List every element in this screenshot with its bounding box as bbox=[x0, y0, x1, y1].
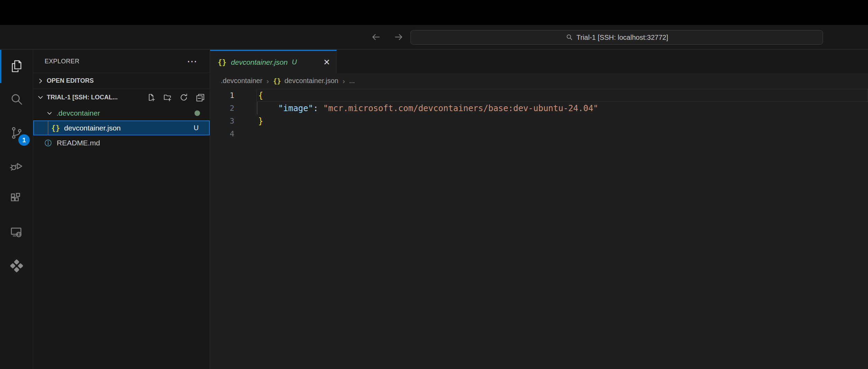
git-modified-dot bbox=[195, 110, 200, 116]
menu-bar-strip bbox=[0, 0, 868, 25]
line-number: 2 bbox=[210, 104, 234, 112]
editor-group: {} devcontainer.json U ✕ .devcontainer ›… bbox=[210, 50, 868, 369]
line-number: 1 bbox=[210, 91, 234, 100]
open-editors-section[interactable]: OPEN EDITORS bbox=[33, 73, 210, 89]
json-file-icon: {} bbox=[273, 77, 281, 85]
extensions-icon bbox=[9, 192, 24, 207]
code-token bbox=[258, 104, 278, 113]
tree-item-devcontainer-folder[interactable]: .devcontainer bbox=[33, 106, 210, 120]
code-token: } bbox=[258, 116, 263, 126]
code-line-2: 2 "image": "mcr.microsoft.com/devcontain… bbox=[210, 102, 868, 115]
explorer-toolbar bbox=[146, 92, 205, 102]
collapse-all-icon[interactable] bbox=[195, 92, 205, 102]
code-token: : bbox=[313, 104, 323, 113]
refresh-icon[interactable] bbox=[179, 92, 189, 102]
sidebar-title: EXPLORER bbox=[45, 58, 79, 65]
json-file-icon: {} bbox=[51, 124, 60, 132]
tree-item-readme[interactable]: README.md bbox=[33, 135, 210, 150]
code-token: { bbox=[258, 91, 263, 100]
workspace-section[interactable]: TRIAL-1 [SSH: LOCAL... bbox=[33, 89, 210, 106]
line-number: 4 bbox=[210, 129, 234, 138]
activity-item-remote-explorer[interactable] bbox=[0, 216, 33, 249]
diamond-grid-icon bbox=[9, 258, 24, 273]
search-icon bbox=[9, 92, 24, 107]
tree-item-devcontainer-json[interactable]: {} devcontainer.json U bbox=[33, 120, 210, 135]
activity-item-run-debug[interactable] bbox=[0, 150, 33, 183]
chevron-down-icon bbox=[46, 109, 53, 117]
command-center-search[interactable]: Trial-1 [SSH: localhost:32772] bbox=[410, 30, 823, 45]
source-control-badge: 1 bbox=[18, 134, 30, 146]
activity-item-search[interactable] bbox=[0, 83, 33, 116]
new-file-icon[interactable] bbox=[146, 92, 156, 102]
tab-label: devcontainer.json bbox=[231, 58, 288, 66]
close-icon[interactable]: ✕ bbox=[323, 57, 330, 67]
history-navigation bbox=[369, 25, 406, 49]
remote-explorer-icon bbox=[9, 225, 24, 240]
title-bar: Trial-1 [SSH: localhost:32772] bbox=[0, 25, 868, 50]
files-icon bbox=[9, 59, 24, 74]
breadcrumb-symbol[interactable]: ... bbox=[349, 77, 355, 85]
open-editors-label: OPEN EDITORS bbox=[47, 77, 94, 84]
breadcrumb-folder[interactable]: .devcontainer bbox=[221, 77, 262, 85]
chevron-right-icon: › bbox=[266, 77, 269, 85]
chevron-right-icon bbox=[36, 77, 45, 85]
line-number: 3 bbox=[210, 117, 234, 125]
code-line-1: 1 { bbox=[210, 89, 868, 102]
back-arrow-icon[interactable] bbox=[369, 31, 383, 43]
explorer-sidebar: EXPLORER ⋯ OPEN EDITORS TRIAL-1 [SSH: LO… bbox=[33, 50, 210, 369]
tab-git-badge: U bbox=[292, 58, 297, 66]
forward-arrow-icon[interactable] bbox=[392, 31, 406, 43]
activity-item-source-control[interactable]: 1 bbox=[0, 116, 33, 150]
indent-guide bbox=[257, 102, 257, 115]
debug-icon bbox=[9, 159, 24, 174]
activity-item-extensions[interactable] bbox=[0, 183, 33, 216]
sidebar-header: EXPLORER ⋯ bbox=[33, 50, 210, 73]
code-token: "image" bbox=[278, 104, 313, 113]
json-file-icon: {} bbox=[218, 58, 226, 66]
file-name: devcontainer.json bbox=[64, 124, 120, 132]
workbench: 1 bbox=[0, 50, 868, 369]
vscode-window: Trial-1 [SSH: localhost:32772] bbox=[0, 0, 868, 369]
breadcrumb: .devcontainer › {} devcontainer.json › .… bbox=[210, 73, 868, 88]
git-untracked-badge: U bbox=[194, 124, 199, 132]
info-icon bbox=[44, 138, 53, 147]
activity-item-explorer[interactable] bbox=[0, 50, 33, 83]
code-editor[interactable]: 1 { 2 "image": "mcr.microsoft.com/devcon… bbox=[210, 89, 868, 369]
code-line-4: 4 bbox=[210, 127, 868, 140]
command-center-label: Trial-1 [SSH: localhost:32772] bbox=[577, 34, 668, 42]
breadcrumb-file[interactable]: devcontainer.json bbox=[284, 77, 338, 85]
tree-indent-guide bbox=[48, 121, 48, 135]
new-folder-icon[interactable] bbox=[163, 92, 172, 102]
search-icon bbox=[566, 34, 573, 41]
more-actions-icon[interactable]: ⋯ bbox=[187, 60, 197, 63]
chevron-down-icon bbox=[36, 93, 45, 101]
folder-name: .devcontainer bbox=[56, 109, 100, 117]
chevron-right-icon: › bbox=[343, 77, 345, 85]
activity-bar: 1 bbox=[0, 50, 33, 369]
code-line-3: 3 } bbox=[210, 115, 868, 127]
code-token: "mcr.microsoft.com/devcontainers/base:de… bbox=[323, 104, 598, 113]
workspace-label: TRIAL-1 [SSH: LOCAL... bbox=[47, 94, 118, 101]
file-name: README.md bbox=[57, 139, 100, 147]
tab-bar: {} devcontainer.json U ✕ bbox=[210, 50, 868, 73]
tab-devcontainer-json[interactable]: {} devcontainer.json U ✕ bbox=[210, 50, 337, 73]
activity-item-container-tools[interactable] bbox=[0, 249, 33, 282]
